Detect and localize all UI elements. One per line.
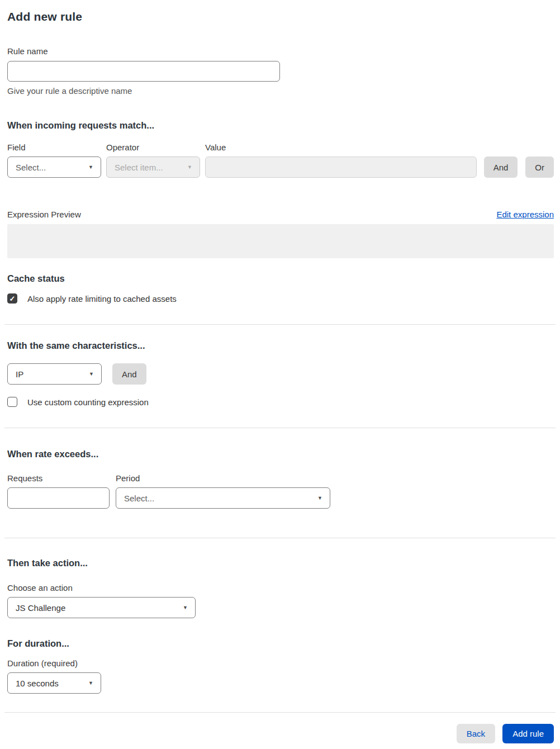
- chevron-down-icon: ▼: [187, 165, 192, 170]
- back-button[interactable]: Back: [457, 724, 495, 743]
- operator-label: Operator: [106, 143, 200, 152]
- rule-name-input[interactable]: [7, 61, 280, 82]
- value-label: Value: [205, 143, 477, 152]
- action-select-value: JS Challenge: [16, 603, 65, 613]
- value-input: [205, 157, 477, 178]
- section-divider: [4, 428, 556, 428]
- duration-heading: For duration...: [7, 638, 554, 649]
- requests-group: Requests: [7, 473, 110, 509]
- cache-status-heading: Cache status: [7, 273, 554, 284]
- requests-label: Requests: [7, 473, 110, 483]
- field-select[interactable]: Select... ▼: [7, 157, 101, 178]
- requests-input[interactable]: [7, 487, 110, 509]
- action-heading: Then take action...: [7, 558, 554, 568]
- or-button[interactable]: Or: [525, 157, 554, 178]
- action-label: Choose an action: [7, 583, 554, 592]
- match-row: Field Select... ▼ Operator Select item..…: [7, 143, 554, 178]
- cached-assets-checkbox-label: Also apply rate limiting to cached asset…: [27, 294, 177, 304]
- rule-name-label: Rule name: [7, 46, 554, 56]
- add-rule-form: Add new rule Rule name Give your rule a …: [0, 0, 560, 749]
- field-select-value: Select...: [16, 163, 46, 172]
- characteristics-heading: With the same characteristics...: [7, 340, 554, 351]
- operator-group: Operator Select item... ▼: [106, 143, 200, 178]
- field-label: Field: [7, 143, 101, 152]
- field-group: Field Select... ▼: [7, 143, 101, 178]
- duration-label: Duration (required): [7, 658, 554, 668]
- footer-actions: Back Add rule: [7, 724, 554, 743]
- characteristics-and-button[interactable]: And: [112, 363, 146, 385]
- value-group: Value: [205, 143, 477, 178]
- expression-preview-label: Expression Preview: [7, 210, 81, 219]
- operator-select-value: Select item...: [115, 163, 163, 172]
- period-label: Period: [116, 473, 330, 483]
- chevron-down-icon: ▼: [317, 496, 322, 501]
- chevron-down-icon: ▼: [88, 165, 93, 170]
- operator-select: Select item... ▼: [106, 157, 200, 178]
- duration-select-value: 10 seconds: [16, 679, 59, 688]
- chevron-down-icon: ▼: [89, 372, 94, 377]
- rule-name-helper: Give your rule a descriptive name: [7, 86, 554, 96]
- duration-select[interactable]: 10 seconds ▼: [7, 672, 101, 694]
- period-select-value: Select...: [124, 494, 154, 503]
- section-divider: [4, 538, 556, 538]
- chevron-down-icon: ▼: [88, 681, 93, 686]
- and-button[interactable]: And: [484, 157, 518, 178]
- counting-checkbox-row: Use custom counting expression: [7, 397, 554, 407]
- rule-name-group: Rule name Give your rule a descriptive n…: [7, 46, 554, 96]
- checkmark-icon: ✓: [10, 295, 16, 302]
- chevron-down-icon: ▼: [183, 605, 188, 610]
- page-title: Add new rule: [7, 10, 554, 23]
- period-select[interactable]: Select... ▼: [116, 487, 330, 509]
- match-section-heading: When incoming requests match...: [7, 120, 554, 131]
- characteristics-row: IP ▼ And: [7, 363, 554, 385]
- action-select[interactable]: JS Challenge ▼: [7, 597, 196, 618]
- custom-counting-checkbox-label: Use custom counting expression: [27, 397, 149, 407]
- cache-checkbox-row: ✓ Also apply rate limiting to cached ass…: [7, 293, 554, 304]
- section-divider: [4, 712, 556, 713]
- cached-assets-checkbox[interactable]: ✓: [7, 293, 17, 304]
- expression-preview-box: [7, 224, 554, 258]
- expression-preview-header: Expression Preview Edit expression: [7, 210, 554, 219]
- add-rule-button[interactable]: Add rule: [502, 724, 554, 743]
- edit-expression-link[interactable]: Edit expression: [496, 210, 554, 219]
- section-divider: [4, 324, 556, 325]
- custom-counting-checkbox[interactable]: [7, 397, 17, 407]
- characteristic-select[interactable]: IP ▼: [7, 363, 102, 385]
- rate-row: Requests Period Select... ▼: [7, 473, 554, 509]
- period-group: Period Select... ▼: [116, 473, 330, 509]
- rate-heading: When rate exceeds...: [7, 449, 554, 459]
- characteristic-select-value: IP: [16, 369, 23, 379]
